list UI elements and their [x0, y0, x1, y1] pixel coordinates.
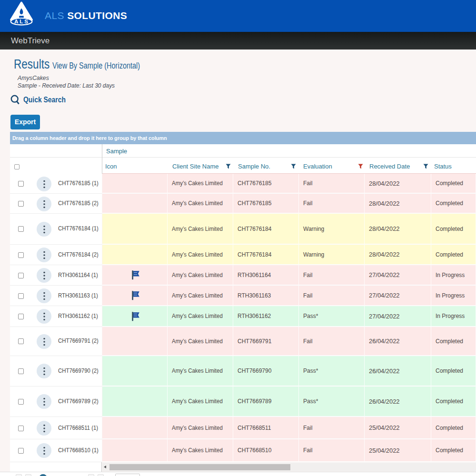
svg-text:ALS: ALS: [14, 19, 30, 24]
